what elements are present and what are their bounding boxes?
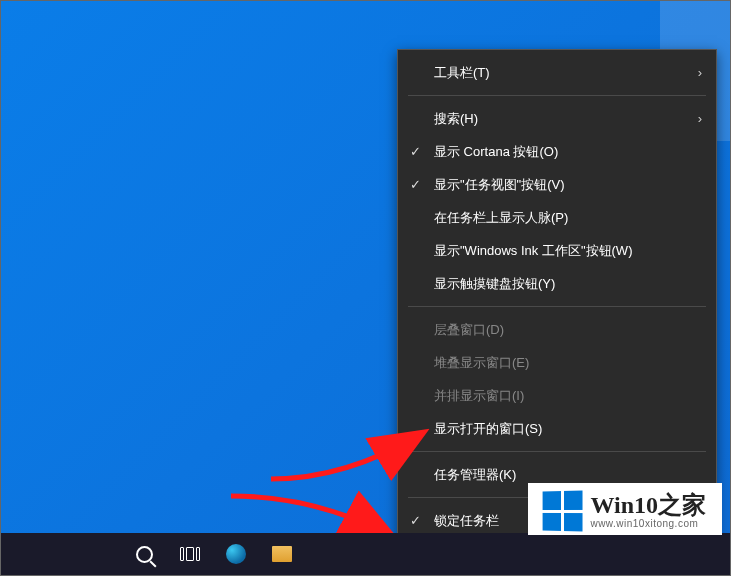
menu-item-label: 搜索(H) xyxy=(434,110,478,128)
edge-button[interactable] xyxy=(213,533,259,575)
menu-item-label: 显示 Cortana 按钮(O) xyxy=(434,143,558,161)
watermark: Win10之家 www.win10xitong.com xyxy=(528,483,722,535)
menu-item-touchkeyboard[interactable]: 显示触摸键盘按钮(Y) xyxy=(398,267,716,300)
menu-item-label: 锁定任务栏 xyxy=(434,512,499,530)
menu-divider xyxy=(408,451,706,452)
menu-item-ink[interactable]: 显示"Windows Ink 工作区"按钮(W) xyxy=(398,234,716,267)
menu-item-taskview[interactable]: ✓ 显示"任务视图"按钮(V) xyxy=(398,168,716,201)
watermark-url: www.win10xitong.com xyxy=(590,519,706,529)
menu-item-label: 显示触摸键盘按钮(Y) xyxy=(434,275,555,293)
folder-icon xyxy=(272,546,292,562)
check-icon: ✓ xyxy=(410,513,421,528)
menu-item-label: 工具栏(T) xyxy=(434,64,490,82)
menu-item-label: 任务管理器(K) xyxy=(434,466,516,484)
edge-icon xyxy=(226,544,246,564)
menu-item-label: 在任务栏上显示人脉(P) xyxy=(434,209,568,227)
menu-divider xyxy=(408,95,706,96)
taskview-button[interactable] xyxy=(167,533,213,575)
menu-divider xyxy=(408,306,706,307)
check-icon: ✓ xyxy=(410,144,421,159)
windows-logo-icon xyxy=(543,490,583,531)
check-icon: ✓ xyxy=(410,177,421,192)
chevron-right-icon: › xyxy=(698,65,702,80)
menu-item-label: 显示"Windows Ink 工作区"按钮(W) xyxy=(434,242,632,260)
menu-item-label: 并排显示窗口(I) xyxy=(434,387,524,405)
taskbar[interactable] xyxy=(1,533,730,575)
menu-item-label: 显示打开的窗口(S) xyxy=(434,420,542,438)
menu-item-stacked: 堆叠显示窗口(E) xyxy=(398,346,716,379)
chevron-right-icon: › xyxy=(698,111,702,126)
menu-item-search[interactable]: 搜索(H) › xyxy=(398,102,716,135)
menu-item-cortana[interactable]: ✓ 显示 Cortana 按钮(O) xyxy=(398,135,716,168)
menu-item-toolbars[interactable]: 工具栏(T) › xyxy=(398,56,716,89)
search-button[interactable] xyxy=(121,533,167,575)
menu-item-show-open[interactable]: 显示打开的窗口(S) xyxy=(398,412,716,445)
menu-item-sidebyside: 并排显示窗口(I) xyxy=(398,379,716,412)
search-icon xyxy=(136,546,153,563)
watermark-text: Win10之家 www.win10xitong.com xyxy=(590,493,706,529)
menu-item-label: 堆叠显示窗口(E) xyxy=(434,354,529,372)
menu-item-people[interactable]: 在任务栏上显示人脉(P) xyxy=(398,201,716,234)
watermark-title: Win10之家 xyxy=(590,493,706,517)
menu-item-cascade: 层叠窗口(D) xyxy=(398,313,716,346)
menu-item-label: 层叠窗口(D) xyxy=(434,321,504,339)
menu-item-label: 显示"任务视图"按钮(V) xyxy=(434,176,565,194)
taskview-icon xyxy=(180,547,200,561)
explorer-button[interactable] xyxy=(259,533,305,575)
